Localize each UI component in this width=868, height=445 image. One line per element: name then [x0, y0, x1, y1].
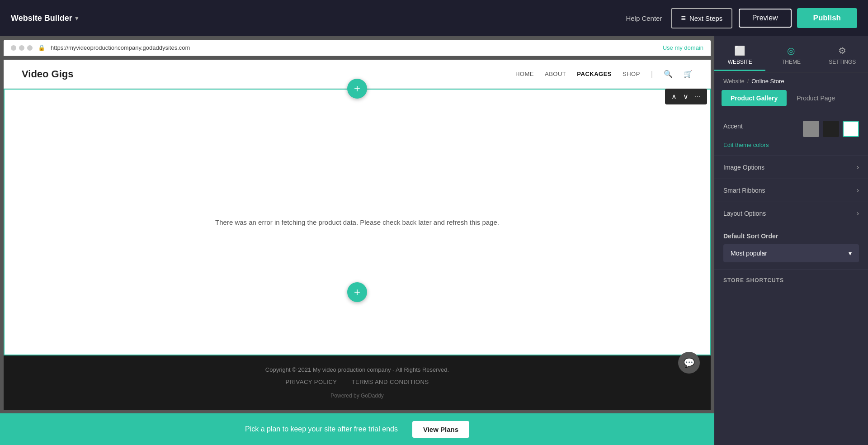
view-tabs: Product Gallery Product Page [714, 90, 868, 114]
swatch-white[interactable] [843, 121, 859, 137]
browser-bar: 🔒 https://myvideoproductioncompany.godad… [4, 40, 711, 56]
panel-tabs: ⬜ WEBSITE ◎ THEME ⚙ SETTINGS [714, 36, 868, 72]
smart-ribbons-chevron-icon: › [857, 186, 859, 194]
canvas-area: 🔒 https://myvideoproductioncompany.godad… [0, 36, 714, 445]
theme-icon: ◎ [787, 45, 795, 56]
dropdown-chevron-icon: ▾ [849, 250, 852, 257]
smart-ribbons-row[interactable]: Smart Ribbons › [714, 179, 868, 202]
dot-green [27, 45, 33, 51]
default-sort-order-dropdown[interactable]: Most popular ▾ [723, 244, 859, 262]
cart-icon[interactable]: 🛒 [684, 70, 693, 78]
smart-ribbons-label: Smart Ribbons [723, 187, 765, 194]
nav-shop[interactable]: SHOP [623, 71, 640, 77]
swatch-gray[interactable] [803, 121, 819, 137]
site-nav-links: HOME ABOUT PACKAGES SHOP | 🔍 🛒 [515, 70, 693, 78]
breadcrumb-separator: / [747, 78, 749, 85]
footer-copyright: Copyright © 2021 My video production com… [22, 366, 693, 373]
next-steps-icon: ≡ [681, 14, 686, 23]
layout-options-label: Layout Options [723, 210, 766, 217]
tab-settings-label: SETTINGS [829, 59, 856, 65]
footer-links: PRIVACY POLICY TERMS AND CONDITIONS [22, 379, 693, 385]
layout-options-chevron-icon: › [857, 209, 859, 218]
default-sort-order-section: Default Sort Order Most popular ▾ [714, 225, 868, 270]
bottom-banner: Pick a plan to keep your site after free… [0, 413, 714, 445]
tab-website-label: WEBSITE [728, 59, 752, 65]
tab-product-page[interactable]: Product Page [788, 90, 844, 106]
browser-url: https://myvideoproductioncompany.godaddy… [51, 44, 654, 51]
use-domain-link[interactable]: Use my domain [663, 44, 703, 51]
nav-separator: | [651, 70, 653, 78]
image-options-row[interactable]: Image Options › [714, 156, 868, 179]
chat-button[interactable]: 💬 [678, 352, 700, 374]
accent-swatches [803, 121, 859, 137]
main-content: 🔒 https://myvideoproductioncompany.godad… [0, 36, 868, 445]
more-options-button[interactable]: ··· [692, 91, 703, 103]
image-options-chevron-icon: › [857, 163, 859, 171]
website-icon: ⬜ [734, 45, 745, 56]
brand-chevron-icon: ▾ [75, 14, 78, 22]
edit-theme-link[interactable]: Edit theme colors [723, 142, 859, 148]
dot-red [11, 45, 16, 51]
tab-product-gallery[interactable]: Product Gallery [722, 90, 787, 106]
search-icon[interactable]: 🔍 [664, 70, 673, 78]
dot-yellow [19, 45, 24, 51]
site-frame: Video Gigs HOME ABOUT PACKAGES SHOP | 🔍 … [4, 60, 711, 410]
move-down-button[interactable]: ∨ [680, 90, 691, 103]
tab-settings[interactable]: ⚙ SETTINGS [817, 40, 868, 72]
publish-button[interactable]: Publish [797, 8, 857, 28]
breadcrumb-root[interactable]: Website [723, 78, 745, 85]
add-section-top-button[interactable]: + [347, 79, 367, 99]
default-sort-order-label: Default Sort Order [723, 232, 859, 240]
privacy-policy-link[interactable]: PRIVACY POLICY [285, 379, 337, 385]
brand-logo[interactable]: Website Builder ▾ [11, 14, 78, 23]
lock-icon: 🔒 [38, 44, 45, 51]
tab-theme-label: THEME [782, 59, 801, 65]
browser-dots [11, 45, 33, 51]
top-bar: Website Builder ▾ Help Center ≡ Next Ste… [0, 0, 868, 36]
banner-text: Pick a plan to keep your site after free… [245, 425, 398, 433]
nav-about[interactable]: ABOUT [545, 71, 566, 77]
swatch-dark[interactable] [823, 121, 839, 137]
next-steps-label: Next Steps [689, 14, 722, 22]
terms-link[interactable]: TERMS AND CONDITIONS [352, 379, 429, 385]
product-section: There was an error in fetching the produ… [4, 89, 711, 355]
help-center-link[interactable]: Help Center [626, 14, 662, 22]
sort-order-value: Most popular [731, 250, 767, 257]
error-text: There was an error in fetching the produ… [215, 218, 499, 226]
nav-packages[interactable]: PACKAGES [577, 71, 612, 77]
brand-name: Website Builder [11, 14, 72, 23]
next-steps-button[interactable]: ≡ Next Steps [671, 8, 732, 28]
settings-icon: ⚙ [838, 45, 846, 56]
tab-website[interactable]: ⬜ WEBSITE [714, 40, 765, 72]
store-shortcuts-label: STORE SHORTCUTS [714, 270, 868, 291]
accent-section: Accent Edit theme colors [714, 114, 868, 156]
breadcrumb: Website / Online Store [714, 72, 868, 90]
nav-home[interactable]: HOME [515, 71, 534, 77]
powered-by: Powered by GoDaddy [22, 393, 693, 399]
view-plans-button[interactable]: View Plans [412, 421, 469, 438]
layout-options-row[interactable]: Layout Options › [714, 202, 868, 225]
add-section-bottom-button[interactable]: + [347, 282, 367, 302]
tab-theme[interactable]: ◎ THEME [765, 40, 816, 72]
right-panel: ⬜ WEBSITE ◎ THEME ⚙ SETTINGS Website / O… [714, 36, 868, 445]
move-up-button[interactable]: ∧ [669, 90, 679, 103]
image-options-label: Image Options [723, 164, 764, 171]
accent-label: Accent [723, 123, 743, 130]
site-footer: Copyright © 2021 My video production com… [4, 355, 711, 410]
breadcrumb-current: Online Store [751, 78, 784, 85]
section-toolbar: ∧ ∨ ··· [665, 89, 707, 104]
site-logo: Video Gigs [22, 68, 515, 80]
preview-button[interactable]: Preview [739, 9, 792, 28]
